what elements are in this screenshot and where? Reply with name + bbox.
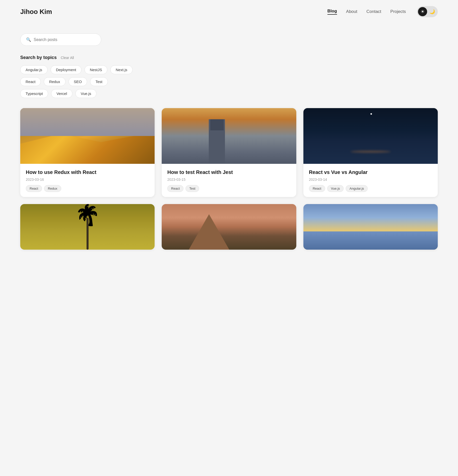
post-card-6[interactable] xyxy=(303,204,438,250)
post-card-2-tag-test[interactable]: Test xyxy=(185,185,199,192)
post-card-3-tag-angularjs[interactable]: Angular.js xyxy=(346,185,368,192)
post-card-2-content: How to test React with Jest 2023-03-15 R… xyxy=(162,164,296,197)
topic-redux[interactable]: Redux xyxy=(44,77,65,86)
post-card-1[interactable]: How to use Redux with React 2023-03-16 R… xyxy=(20,108,155,197)
post-card-3-tag-vuejs[interactable]: Vue.js xyxy=(327,185,344,192)
nav-contact[interactable]: Contact xyxy=(366,9,381,14)
post-card-3-tag-react[interactable]: React xyxy=(309,185,325,192)
post-card-6-image xyxy=(303,204,438,250)
topic-vuejs[interactable]: Vue.js xyxy=(75,89,96,98)
topic-angularjs[interactable]: Angular.js xyxy=(20,65,48,74)
header: Jihoo Kim Blog About Contact Projects ☀ … xyxy=(0,0,458,23)
nav-about[interactable]: About xyxy=(346,9,357,14)
topic-nextjs[interactable]: Next.js xyxy=(110,65,133,74)
post-card-3-tags: React Vue.js Angular.js xyxy=(309,185,432,192)
theme-toggle: ☀ 🌙 xyxy=(417,6,438,17)
site-title: Jihoo Kim xyxy=(20,8,52,16)
post-card-2-tags: React Test xyxy=(167,185,290,192)
topics-section: Search by topics Clear All Angular.js De… xyxy=(20,55,438,98)
topic-react[interactable]: React xyxy=(20,77,41,86)
post-card-2-date: 2023-03-15 xyxy=(167,177,290,182)
topics-row-1: Angular.js Deployment NestJS Next.js xyxy=(20,65,438,74)
post-card-4[interactable] xyxy=(20,204,155,250)
post-card-1-image xyxy=(20,108,155,164)
topic-seo[interactable]: SEO xyxy=(69,77,87,86)
topic-vercel[interactable]: Vercel xyxy=(51,89,72,98)
post-card-3-date: 2023-03-14 xyxy=(309,177,432,182)
clear-all-button[interactable]: Clear All xyxy=(61,56,74,60)
post-card-2-image xyxy=(162,108,296,164)
post-card-1-title: How to use Redux with React xyxy=(26,169,149,175)
post-card-4-image xyxy=(20,204,155,250)
post-card-1-content: How to use Redux with React 2023-03-16 R… xyxy=(20,164,155,197)
post-card-3-title: React vs Vue vs Angular xyxy=(309,169,432,175)
posts-grid-row1: How to use Redux with React 2023-03-16 R… xyxy=(20,108,438,197)
post-card-1-tag-redux[interactable]: Redux xyxy=(44,185,61,192)
theme-dark-button[interactable]: 🌙 xyxy=(428,7,437,16)
topic-nestjs[interactable]: NestJS xyxy=(85,65,107,74)
post-card-2-title: How to test React with Jest xyxy=(167,169,290,175)
post-card-1-tag-react[interactable]: React xyxy=(26,185,42,192)
nav-projects[interactable]: Projects xyxy=(390,9,406,14)
post-card-1-tags: React Redux xyxy=(26,185,149,192)
topics-row-3: Typescript Vercel Vue.js xyxy=(20,89,438,98)
post-card-1-date: 2023-03-16 xyxy=(26,177,149,182)
main-content: 🔍 Search by topics Clear All Angular.js … xyxy=(0,23,458,260)
search-box: 🔍 xyxy=(20,33,101,46)
topic-typescript[interactable]: Typescript xyxy=(20,89,48,98)
topic-deployment[interactable]: Deployment xyxy=(51,65,81,74)
post-card-3-image xyxy=(303,108,438,164)
topics-header: Search by topics Clear All xyxy=(20,55,438,60)
nav-blog[interactable]: Blog xyxy=(327,9,337,15)
post-card-5[interactable] xyxy=(162,204,296,250)
theme-light-button[interactable]: ☀ xyxy=(418,7,427,16)
post-card-2[interactable]: How to test React with Jest 2023-03-15 R… xyxy=(162,108,296,197)
topics-row-2: React Redux SEO Test xyxy=(20,77,438,86)
post-card-3-content: React vs Vue vs Angular 2023-03-14 React… xyxy=(303,164,438,197)
search-icon: 🔍 xyxy=(26,37,31,42)
main-nav: Blog About Contact Projects ☀ 🌙 xyxy=(327,6,438,17)
post-card-2-tag-react[interactable]: React xyxy=(167,185,183,192)
topics-title: Search by topics xyxy=(20,55,57,60)
topic-test[interactable]: Test xyxy=(90,77,108,86)
search-section: 🔍 xyxy=(20,33,438,46)
post-card-3[interactable]: React vs Vue vs Angular 2023-03-14 React… xyxy=(303,108,438,197)
search-input[interactable] xyxy=(34,37,95,42)
post-card-5-image xyxy=(162,204,296,250)
posts-grid-row2 xyxy=(20,204,438,250)
